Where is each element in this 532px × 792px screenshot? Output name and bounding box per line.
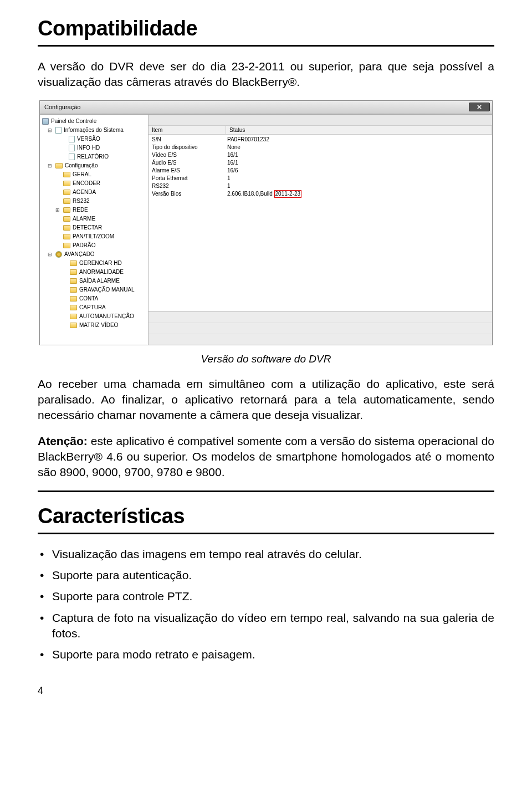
- tree-label: ENCODER: [73, 180, 100, 186]
- folder-icon: [70, 260, 77, 266]
- tree-panel: Painel de Controle ⊟ Informações do Sist…: [40, 115, 149, 345]
- tree-label: CONTA: [79, 295, 98, 302]
- content-panel: Item Status S/NPA0FR00701232Tipo do disp…: [149, 115, 492, 345]
- folder-icon: [70, 305, 77, 310]
- tree-leaf[interactable]: SAÍDA ALARME: [42, 277, 148, 285]
- list-item: Captura de foto na visualização do vídeo…: [52, 610, 494, 642]
- tree-label: PAN/TILT/ZOOM: [73, 233, 114, 239]
- tree-label: CAPTURA: [79, 304, 106, 310]
- config-window: Configuração Painel de Controle ⊟ Inform…: [39, 100, 493, 345]
- tree-leaf[interactable]: GERENCIAR HD: [42, 259, 148, 268]
- cell-item: Porta Ethernet: [149, 175, 226, 181]
- tree-label: AGENDA: [73, 189, 96, 195]
- table-row: Porta Ethernet1: [149, 175, 492, 182]
- column-header-item: Item: [149, 126, 226, 134]
- tree-label: DETECTAR: [73, 224, 102, 231]
- cell-status: None: [226, 144, 492, 150]
- folder-icon: [63, 198, 70, 204]
- divider: [38, 533, 494, 534]
- folder-icon: [63, 207, 70, 213]
- folder-icon: [63, 172, 70, 177]
- tree-root[interactable]: Painel de Controle: [42, 117, 148, 126]
- footer-strip: [149, 311, 492, 345]
- table-body: S/NPA0FR00701232Tipo do dispositivoNoneV…: [149, 135, 492, 199]
- document-icon: [69, 136, 75, 142]
- cell-status: 2.606.IB18.0,Build 2011-2-23: [226, 190, 492, 198]
- tree-leaf[interactable]: CAPTURA: [42, 303, 148, 312]
- tree-leaf[interactable]: AGENDA: [42, 188, 148, 197]
- folder-icon: [63, 216, 70, 222]
- gear-icon: [55, 251, 62, 258]
- tree-leaf[interactable]: RELATÓRIO: [42, 152, 148, 161]
- expand-icon[interactable]: ⊞: [54, 207, 61, 213]
- collapse-icon[interactable]: ⊟: [47, 251, 53, 258]
- list-item: Visualização das imagens em tempo real a…: [52, 546, 494, 562]
- tree-leaf[interactable]: GERAL: [42, 170, 148, 179]
- cell-item: S/N: [149, 136, 226, 142]
- tree-label: AUTOMANUTENÇÃO: [79, 313, 134, 319]
- tree-label: GERENCIAR HD: [79, 260, 122, 266]
- cell-item: Alarme E/S: [149, 167, 226, 173]
- tree-leaf[interactable]: PADRÃO: [42, 241, 148, 250]
- folder-icon: [70, 296, 77, 302]
- tree-label: ALARME: [73, 216, 95, 222]
- figure-caption: Versão do software do DVR: [38, 353, 494, 365]
- tree-label: MATRIZ VÍDEO: [79, 322, 118, 328]
- document-icon: [55, 127, 62, 134]
- tree-node[interactable]: ⊟ Informações do Sistema: [42, 126, 148, 135]
- cell-item: Tipo do dispositivo: [149, 144, 226, 150]
- tree-leaf[interactable]: DETECTAR: [42, 223, 148, 232]
- close-button[interactable]: [469, 103, 490, 111]
- tree-leaf[interactable]: ANORMALIDADE: [42, 268, 148, 277]
- divider: [38, 45, 494, 47]
- tree-node[interactable]: ⊟ Configuração: [42, 161, 148, 170]
- collapse-icon[interactable]: ⊟: [47, 127, 53, 134]
- titlebar: Configuração: [40, 101, 492, 114]
- cell-item: Vídeo E/S: [149, 152, 226, 158]
- paragraph: A versão do DVR deve ser do dia 23-2-201…: [38, 59, 494, 90]
- tree-leaf[interactable]: ALARME: [42, 214, 148, 223]
- tree-label: ANORMALIDADE: [79, 269, 124, 275]
- cell-item: Áudio E/S: [149, 160, 226, 166]
- paragraph: Ao receber uma chamada em simultâneo com…: [38, 376, 494, 423]
- list-item: Suporte para modo retrato e paisagem.: [52, 647, 494, 662]
- document-icon: [69, 154, 75, 160]
- column-header-status: Status: [226, 126, 492, 134]
- divider: [38, 490, 494, 492]
- page-number: 4: [38, 685, 494, 697]
- tree-leaf[interactable]: ⊞REDE: [42, 206, 148, 214]
- tree-leaf[interactable]: VERSÃO: [42, 135, 148, 144]
- table-row: Versão Bios2.606.IB18.0,Build 2011-2-23: [149, 190, 492, 198]
- tree-node[interactable]: ⊟ AVANÇADO: [42, 250, 148, 259]
- tree-label: AVANÇADO: [64, 251, 95, 257]
- tree-leaf[interactable]: PAN/TILT/ZOOM: [42, 232, 148, 241]
- folder-icon: [63, 190, 70, 195]
- folder-icon: [70, 269, 77, 275]
- cell-status: 16/1: [226, 152, 492, 158]
- tree-label: RELATÓRIO: [77, 154, 109, 160]
- folder-icon: [70, 314, 77, 319]
- attention-label: Atenção:: [38, 435, 88, 447]
- tree-label: GRAVAÇÃO MANUAL: [79, 287, 135, 293]
- tree-leaf[interactable]: MATRIZ VÍDEO: [42, 321, 148, 330]
- list-item: Suporte para autenticação.: [52, 568, 494, 583]
- tree-label: VERSÃO: [77, 136, 100, 142]
- tree-leaf[interactable]: INFO HD: [42, 144, 148, 152]
- tree-label: INFO HD: [77, 145, 100, 151]
- tree-leaf[interactable]: AUTOMANUTENÇÃO: [42, 312, 148, 321]
- collapse-icon[interactable]: ⊟: [47, 162, 53, 169]
- tree-label: REDE: [73, 207, 88, 213]
- table-row: Vídeo E/S16/1: [149, 151, 492, 159]
- table-header: Item Status: [149, 126, 492, 135]
- folder-icon: [63, 234, 70, 239]
- tree-leaf[interactable]: CONTA: [42, 294, 148, 303]
- list-item: Suporte para controle PTZ.: [52, 589, 494, 604]
- tree-label: SAÍDA ALARME: [79, 278, 120, 284]
- feature-list: Visualização das imagens em tempo real a…: [38, 546, 494, 663]
- table-row: RS2321: [149, 182, 492, 190]
- attention-paragraph: Atenção: este aplicativo é compatível so…: [38, 433, 494, 481]
- table-row: S/NPA0FR00701232: [149, 136, 492, 144]
- tree-leaf[interactable]: RS232: [42, 197, 148, 206]
- tree-leaf[interactable]: ENCODER: [42, 179, 148, 188]
- tree-leaf[interactable]: GRAVAÇÃO MANUAL: [42, 285, 148, 294]
